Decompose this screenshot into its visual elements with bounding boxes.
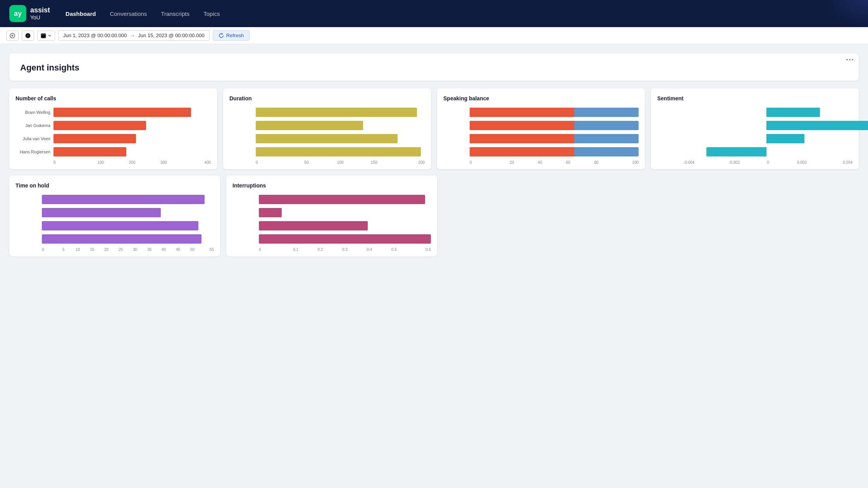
spk-row-2 <box>443 121 639 130</box>
dur-bar-c-3 <box>256 134 425 143</box>
dur-bar-2 <box>256 121 363 130</box>
hold-bar-1 <box>42 195 205 204</box>
nav-links: Dashboard Conversations Transcripts Topi… <box>65 9 220 19</box>
bar-row-hans: Hans Rogiersen <box>16 147 211 156</box>
sent-bar-neg-4 <box>706 147 766 156</box>
hold-bar-3 <box>42 221 198 230</box>
sent-row-3 <box>657 134 852 143</box>
int-bar-c-1 <box>259 195 431 204</box>
nav-topics[interactable]: Topics <box>203 9 220 19</box>
tick-400: 400 <box>179 160 211 165</box>
bar-container-jan <box>53 121 211 130</box>
spk-bars-4 <box>470 147 639 156</box>
refresh-icon <box>219 33 224 38</box>
spk-bar-a-2 <box>470 121 574 130</box>
hold-bar-c-1 <box>42 195 214 204</box>
interruptions-bars: 0 0.1 0.2 0.3 0.4 0.5 0.6 <box>232 195 431 252</box>
duration-axis: 0 50 100 150 200 <box>229 160 425 165</box>
dur-tick-100: 100 <box>323 160 357 165</box>
sentiment-axis: -0.004 -0.002 0 0.002 0.004 <box>657 160 852 165</box>
sent-bar-c-2 <box>680 121 852 130</box>
num-calls-axis: 0 100 200 300 400 <box>16 160 211 165</box>
bar-row-julia: Julia van Veen <box>16 134 211 143</box>
dur-tick-200: 200 <box>391 160 425 165</box>
chart-speaking: Speaking balance <box>437 88 645 169</box>
sent-bar-c-1 <box>680 108 852 117</box>
chart-sentiment: Sentiment <box>651 88 859 169</box>
dur-tick-50: 50 <box>289 160 323 165</box>
spk-bar-b-2 <box>574 121 639 130</box>
nav-transcripts[interactable]: Transcripts <box>161 9 189 19</box>
bar-label-bram: Bram Welling <box>16 110 50 115</box>
interruptions-axis: 0 0.1 0.2 0.3 0.4 0.5 0.6 <box>232 247 431 252</box>
sent-bar-c-4 <box>680 147 852 156</box>
calendar-btn[interactable] <box>37 31 55 41</box>
int-bar-c-4 <box>259 234 431 244</box>
refresh-button[interactable]: Refresh <box>213 30 250 41</box>
tick-100: 100 <box>85 160 116 165</box>
int-bar-3 <box>259 221 368 230</box>
insights-title: Agent insights <box>20 63 79 72</box>
speaking-axis: 0 20 40 60 80 100 <box>443 160 639 165</box>
dur-row-3 <box>229 134 425 143</box>
hold-bar-2 <box>42 208 161 217</box>
sent-bar-pos-3 <box>766 134 804 143</box>
hold-row-3 <box>16 221 214 230</box>
int-bar-2 <box>259 208 282 217</box>
dur-bar-4 <box>256 147 421 156</box>
bar-container-hans <box>53 147 211 156</box>
spk-row-3 <box>443 134 639 143</box>
nav-conversations[interactable]: Conversations <box>110 9 147 19</box>
nav-dashboard[interactable]: Dashboard <box>65 9 96 19</box>
spk-bar-a-3 <box>470 134 574 143</box>
int-bar-4 <box>259 234 431 244</box>
bar-hans <box>53 147 126 156</box>
sent-row-4 <box>657 147 852 156</box>
back-btn[interactable] <box>6 31 19 41</box>
sent-bar-c-3 <box>680 134 852 143</box>
insights-card: Agent insights <box>9 53 859 81</box>
bar-row-jan: Jan Guikema <box>16 121 211 130</box>
hold-bar-c-3 <box>42 221 214 230</box>
dur-tick-150: 150 <box>357 160 391 165</box>
hold-bar-4 <box>42 234 202 244</box>
spk-bars-1 <box>470 108 639 117</box>
chart-time-on-hold-title: Time on hold <box>16 182 214 189</box>
hold-row-1 <box>16 195 214 204</box>
chevron-down-icon <box>48 34 52 38</box>
bar-container-bram <box>53 108 211 117</box>
chart-speaking-title: Speaking balance <box>443 95 639 101</box>
int-bar-c-2 <box>259 208 431 217</box>
tick-200: 200 <box>116 160 148 165</box>
bar-jan <box>53 121 146 130</box>
calendar-icon <box>41 33 46 38</box>
chart-sentiment-title: Sentiment <box>657 95 852 101</box>
dur-bar-1 <box>256 108 417 117</box>
chart-duration: Duration <box>223 88 431 169</box>
int-row-1 <box>232 195 431 204</box>
sentiment-bars: -0.004 -0.002 0 0.002 0.004 <box>657 108 852 165</box>
logo-icon: ay <box>9 5 26 22</box>
bar-label-jan: Jan Guikema <box>16 123 50 128</box>
card-menu-button[interactable] <box>846 59 853 60</box>
dur-row-1 <box>229 108 425 117</box>
sent-bar-pos-2 <box>766 121 868 130</box>
int-row-3 <box>232 221 431 230</box>
refresh-label: Refresh <box>226 33 244 38</box>
spk-bars-2 <box>470 121 639 130</box>
bar-label-julia: Julia van Veen <box>16 136 50 141</box>
main-content: Agent insights Number of calls Bram Well… <box>0 44 868 266</box>
add-btn[interactable] <box>22 31 34 41</box>
dur-bar-c-2 <box>256 121 425 130</box>
date-arrow: → <box>130 33 135 38</box>
tick-0: 0 <box>53 160 85 165</box>
back-icon <box>10 33 15 38</box>
int-bar-c-3 <box>259 221 431 230</box>
charts-top-row: Number of calls Bram Welling Jan Guikema… <box>9 88 859 169</box>
dur-row-2 <box>229 121 425 130</box>
date-range: Jun 1, 2023 @ 00:00:00.000 → Jun 15, 202… <box>58 30 210 41</box>
logo[interactable]: ay assist YoU <box>9 5 50 22</box>
speaking-bars: 0 20 40 60 80 100 <box>443 108 639 165</box>
dur-bar-c-4 <box>256 147 425 156</box>
spk-row-1 <box>443 108 639 117</box>
